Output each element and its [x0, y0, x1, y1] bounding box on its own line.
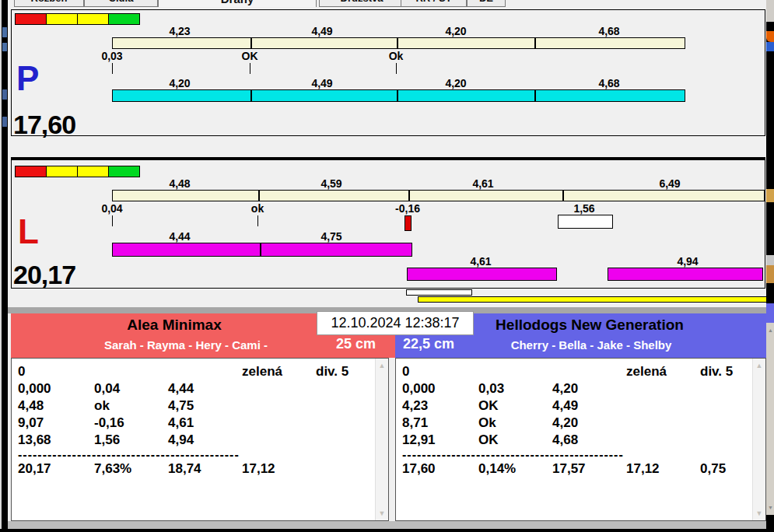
cell: div. 5 [700, 363, 733, 380]
background-fragment-logo [766, 31, 774, 42]
window-bottom-border [2, 521, 766, 529]
scroll-down-icon[interactable]: ▼ [753, 507, 765, 520]
status-square-yellow [46, 166, 78, 177]
team-right-members: Cherry - Bella - Jake - Shelby [406, 338, 774, 352]
background-scrollbar-fragment [766, 323, 774, 515]
cell: 0,75 [700, 460, 726, 478]
split-value: 4,75 [320, 231, 341, 242]
pending-marker-white [558, 215, 613, 229]
lane-l-letter: L [18, 216, 39, 247]
table-row: 0,000 0,03 4,20 [396, 380, 751, 397]
cell: 9,07 [18, 415, 44, 432]
scroll-down-icon[interactable]: ▼ [376, 507, 388, 520]
table-row: 0 zelená div. 5 [12, 363, 374, 380]
team-right-height: 22,5 cm [403, 336, 454, 352]
cell: 0,000 [18, 380, 51, 397]
sensor-mark: 0,04 [101, 203, 122, 214]
split-value: 4,68 [598, 26, 619, 37]
sensor-mark: 1,56 [573, 203, 594, 214]
app-window: Rozbeh Čidla Dráhy Družstva RR / ST DE 4… [0, 0, 774, 532]
segment-divider [562, 190, 564, 201]
splits-bar-magenta [407, 268, 557, 281]
scrollbar[interactable]: ▲ ▼ [752, 359, 765, 520]
split-value: 4,49 [311, 26, 332, 37]
tab-rr-st[interactable]: RR / ST [401, 0, 467, 7]
split-value: 6,49 [659, 178, 680, 189]
scroll-down-icon: ▼ [767, 504, 774, 511]
sensor-tick [112, 215, 113, 226]
status-square-yellow [46, 13, 78, 25]
cell: 17,12 [626, 460, 660, 478]
cell: 4,20 [552, 415, 578, 432]
cell: 4,48 [18, 397, 44, 415]
segment-divider [534, 37, 536, 49]
tab-rozbeh[interactable]: Rozbeh [14, 0, 84, 7]
cell: Ok [478, 415, 496, 432]
cell: 4,68 [552, 432, 578, 449]
team-left-results-table[interactable]: 0 zelená div. 5 0,000 0,04 4,44 4,48 ok … [11, 358, 389, 521]
table-row: 0,000 0,04 4,44 [12, 380, 374, 397]
table-separator: ----------------------------------------… [18, 451, 240, 460]
status-square-yellow [77, 13, 109, 25]
lane-l-total: 20,17 [13, 261, 75, 288]
table-total-row: 17,60 0,14% 17,57 17,12 0,75 [396, 460, 751, 478]
segment-divider [397, 89, 398, 102]
tab-label: DE [479, 0, 493, 4]
segment-divider [250, 89, 252, 102]
lane-p-panel: 4,23 4,49 4,20 4,68 0,03 OK Ok P 4,20 4,… [11, 9, 765, 136]
table-row: 4,23 OK 4,49 [396, 397, 751, 415]
scrollbar[interactable]: ▲ ▼ [375, 359, 388, 520]
background-fragment [2, 117, 7, 127]
sensor-mark: ok [251, 203, 264, 214]
split-value: 4,68 [598, 78, 619, 89]
background-fragment [0, 0, 2, 532]
cell: 4,49 [552, 397, 578, 415]
sensor-tick [112, 63, 113, 74]
status-square-green [108, 166, 140, 177]
tab-druzstva[interactable]: Družstva [319, 0, 405, 7]
cell: 8,71 [402, 415, 428, 432]
tab-cidla[interactable]: Čidla [84, 0, 158, 7]
datetime-display: 12.10.2024 12:38:17 [317, 311, 474, 335]
splits-bar-ivory [112, 190, 765, 201]
cell: 17,12 [242, 460, 275, 478]
cell: 0,03 [478, 380, 504, 397]
status-square-green [108, 13, 140, 25]
background-edge [0, 529, 774, 532]
team-right-name: Hellodogs New Generation [426, 317, 753, 334]
segment-divider [534, 89, 536, 102]
cell: 1,56 [94, 432, 120, 449]
segment-divider [250, 37, 252, 49]
cell: 18,74 [168, 460, 201, 478]
tab-label: Čidla [109, 0, 134, 4]
table-row: 4,48 ok 4,75 [12, 397, 374, 415]
split-value: 4,44 [169, 231, 190, 242]
scroll-up-icon[interactable]: ▲ [376, 359, 388, 372]
tab-de[interactable]: DE [467, 0, 506, 7]
team-left-members: Sarah - Rayma - Hery - Cami - [11, 338, 361, 352]
cell: 4,23 [402, 397, 428, 415]
team-left-name: Alea Minimax [11, 317, 338, 334]
cell: 4,20 [552, 380, 578, 397]
lane-l-panel: 4,48 4,59 4,61 6,49 0,04 ok -0,16 1,56 L… [11, 157, 765, 289]
split-value: 4,61 [472, 178, 493, 189]
team-right-results-table[interactable]: 0 zelená div. 5 0,000 0,03 4,20 4,23 OK … [395, 358, 766, 521]
scroll-up-icon[interactable]: ▲ [753, 359, 765, 372]
background-fragment [766, 265, 774, 283]
background-fragment [766, 255, 774, 265]
split-value: 4,23 [169, 26, 190, 37]
status-square-red [15, 166, 47, 177]
pending-marker-white [406, 289, 472, 296]
scroll-up-icon: ▲ [767, 327, 774, 334]
cell: 7,63% [94, 460, 131, 478]
tab-drahy-active[interactable]: Dráhy [158, 0, 317, 7]
cell: 4,94 [168, 432, 194, 449]
table-total-row: 20,17 7,63% 18,74 17,12 [12, 460, 374, 478]
background-fragment [2, 89, 7, 100]
cell: OK [478, 432, 499, 449]
sensor-tick [250, 63, 250, 74]
cell: ok [94, 397, 110, 415]
splits-bar-ivory [112, 37, 685, 49]
cell: 0 [402, 363, 409, 380]
sensor-mark: -0,16 [395, 203, 420, 214]
